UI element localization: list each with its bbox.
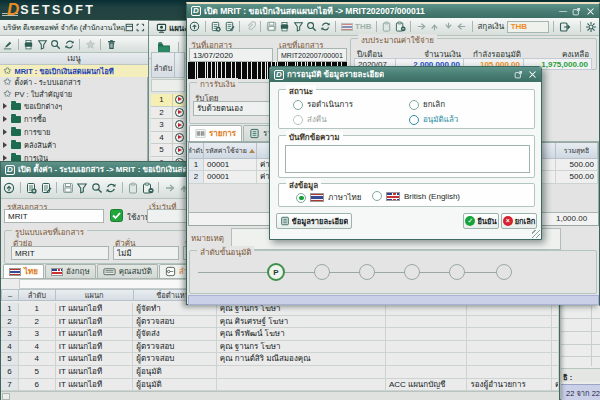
up-record-icon[interactable] [429,21,440,32]
menu-item[interactable]: คลังสินค้า [0,139,148,152]
expand-arrow-icon[interactable] [3,103,7,109]
horizontal-scrollbar[interactable] [1,391,559,400]
tab-properties[interactable]: คุณสมบัติ [97,264,158,278]
abbr-input[interactable]: MRIT [11,246,109,260]
tab-thai[interactable]: ไทย [3,264,44,278]
save-icon[interactable] [266,21,277,32]
tab-english[interactable]: อังกฤษ [45,264,96,278]
col-header-seq[interactable]: ลำดับ [19,289,56,301]
refresh-icon[interactable] [64,39,75,50]
browse-grid-row[interactable]: 3 [151,119,185,132]
filter-icon[interactable] [76,182,88,194]
browse-seq-column-header[interactable]: ลำดับ [151,52,175,78]
copy-icon[interactable] [127,182,139,194]
browse-grid-row[interactable]: 4 [151,132,185,145]
close-button[interactable] [528,70,537,79]
edit-record-icon[interactable] [224,21,235,32]
copy-icon[interactable] [381,21,392,32]
status-cell [173,132,185,144]
next-record-icon[interactable] [164,182,176,194]
menu-item[interactable]: ขอเบิกต่างๆ [0,100,148,113]
resize-grip[interactable] [532,230,540,238]
panel-layout-icon[interactable] [125,23,134,32]
active-checkbox[interactable] [110,209,123,222]
separator-input[interactable]: ไม่มี [113,246,179,260]
next-record-icon[interactable] [416,21,427,32]
browse-grid-row[interactable]: 1 [151,94,185,107]
refresh-icon[interactable] [105,182,117,194]
favorite-star-icon[interactable] [85,39,96,50]
approval-table-row[interactable]: 7 6 IT แผนกไอที ผู้อนุมัติ ACC แผนกบัญชี… [1,379,559,392]
col-header-code[interactable]: รหัสค่าใช้จ่าย [204,143,257,159]
add-record-icon[interactable] [210,21,221,32]
menu-item[interactable]: ✩ MRIT : ขอเบิกเงินสดแผนกไอที [0,65,148,77]
expand-arrow-icon[interactable] [3,142,7,148]
tab-items[interactable]: รายการ [189,125,242,141]
approval-table-row[interactable]: 5 4 IT แผนกไอที ผู้ตรวจสอบ คุณ กานต์สิริ… [1,353,559,366]
confirm-button[interactable]: ✓ ยืนยัน [463,213,499,229]
browse-status-column-header[interactable] [175,52,185,78]
filter-icon[interactable] [37,39,48,50]
mrit-window-titlebar[interactable]: D เปิด MRIT : ขอเบิกเงินสดแผนกไอที -> MR… [187,4,599,18]
search-icon[interactable] [306,21,317,32]
paste-icon[interactable] [395,21,406,32]
menu-item[interactable]: การซื้อ [0,113,148,126]
menu-item[interactable]: ✩ ตั้งค่า - ระบบเอกสาร [0,77,148,89]
doc-code-input[interactable]: MRIT [4,209,104,223]
note-textarea[interactable] [285,145,530,173]
barcode-list-icon [195,128,206,139]
currency-input[interactable]: THB [507,21,549,33]
print-icon[interactable] [279,21,290,32]
browse-grid-row[interactable]: 2 [151,107,185,120]
doc-date-input[interactable]: 13/07/2020 [189,48,273,62]
paste-icon[interactable] [142,182,154,194]
approval-table-row[interactable]: 2 2 IT แผนกไอที ผู้ตรวจสอบ คุณ ศิรเศรษฐ์… [1,316,559,329]
col-header-mark[interactable]: – [1,289,19,301]
menu-item[interactable]: ✩ PV : ใบสำคัญจ่าย [0,88,148,100]
down-record-icon[interactable] [443,21,454,32]
expand-arrow-icon[interactable] [3,116,7,122]
radio-cancel[interactable]: ยกเลิก [409,98,445,111]
approval-table-row[interactable]: 3 3 IT แผนกไอที ผู้จัดส่ง คุณ พีรพัฒน์ โ… [1,328,559,341]
open-record-icon[interactable] [189,21,200,32]
edit-record-icon[interactable] [40,182,52,194]
restore-button[interactable] [572,7,581,16]
expand-arrow-icon[interactable] [3,129,7,135]
settings-gear-icon[interactable] [585,21,597,33]
panel-expand-icon[interactable] [136,23,145,32]
col-header-dept[interactable]: แผนก [56,289,134,301]
radio-thai-language[interactable]: ภาษาไทย [296,191,362,204]
search-icon[interactable] [91,182,103,194]
dialog-titlebar[interactable]: D การอนุมัติ ข้อมูลรายละเอียด [270,67,541,82]
trash-icon[interactable] [106,39,117,50]
radio-return[interactable]: ส่งคืน [293,113,327,126]
radio-approved[interactable]: อนุมัติแล้ว [409,113,458,126]
approval-table-row[interactable]: 6 5 IT แผนกไอที ผู้อนุมัติ [1,366,559,379]
doc-number-input[interactable]: MRIT202007/000011 [277,48,347,62]
search-icon[interactable] [50,39,61,50]
browse-grid-row[interactable]: 5 [151,144,185,157]
print-icon[interactable] [23,39,34,50]
col-header-seq[interactable]: ลำดับ [189,143,204,159]
export-icon[interactable] [559,21,571,33]
restore-button[interactable] [514,70,523,79]
save-icon[interactable] [62,182,74,194]
refresh-icon[interactable] [320,21,331,32]
prev-record-icon[interactable] [456,21,467,32]
cancel-button[interactable]: × ยกเลิก [501,213,537,229]
close-button[interactable] [586,7,595,16]
approval-table-row[interactable]: 4 4 IT แผนกไอที ผู้ตรวจสอบ คุณ ฐานกร โฆษ… [1,341,559,354]
minimize-button[interactable]: — [559,7,567,15]
open-record-icon[interactable] [3,182,15,194]
attachment-icon[interactable] [245,21,256,32]
col-header-total[interactable]: รวมสุทธิ [556,143,598,159]
menu-item[interactable]: การขาย [0,126,148,139]
add-record-icon[interactable] [25,182,37,194]
mrit-horizontal-scrollbar[interactable] [188,295,599,305]
sign-pen-icon[interactable] [2,39,13,50]
filter-icon[interactable] [293,21,304,32]
details-button[interactable]: ข้อมูลรายละเอียด [276,213,352,229]
radio-english-language[interactable]: British (English) [372,191,460,201]
uk-flag-icon [51,268,63,276]
radio-pending[interactable]: รอดำเนินการ [293,98,353,111]
